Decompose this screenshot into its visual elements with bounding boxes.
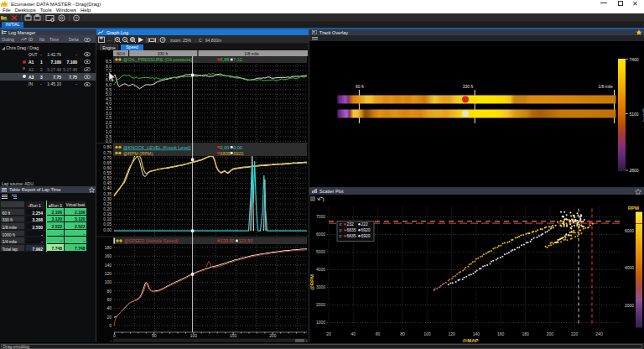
svg-text:3000: 3000 bbox=[316, 284, 325, 289]
svg-text:@OIL_PRESSURE (Oil pressure): @OIL_PRESSURE (Oil pressure) bbox=[123, 57, 193, 62]
svg-text:4000: 4000 bbox=[625, 265, 634, 270]
svg-text:6835: 6835 bbox=[221, 151, 231, 156]
svg-text:100: 100 bbox=[423, 331, 431, 336]
svg-text:0,55: 0,55 bbox=[103, 170, 112, 175]
svg-text:222: 222 bbox=[361, 221, 369, 227]
svg-text:2000: 2000 bbox=[316, 302, 325, 307]
svg-text:0,00: 0,00 bbox=[221, 145, 230, 150]
svg-text:120: 120 bbox=[448, 331, 455, 336]
svg-text:6000: 6000 bbox=[316, 232, 325, 237]
svg-text:0,40: 0,40 bbox=[103, 185, 112, 190]
svg-text:6920: 6920 bbox=[361, 227, 371, 232]
svg-text:5000: 5000 bbox=[316, 249, 325, 254]
svg-text:120: 120 bbox=[105, 271, 112, 276]
svg-text:60: 60 bbox=[376, 331, 381, 336]
svg-text:0,30: 0,30 bbox=[103, 196, 112, 201]
svg-text:180: 180 bbox=[522, 331, 529, 336]
svg-text:RPM: RPM bbox=[628, 206, 639, 211]
svg-text:0,50: 0,50 bbox=[103, 175, 112, 180]
svg-text:?: ? bbox=[75, 16, 78, 21]
svg-text:6,88: 6,88 bbox=[221, 57, 230, 62]
svg-text:0,65: 0,65 bbox=[103, 160, 112, 165]
svg-text:200: 200 bbox=[547, 331, 554, 336]
svg-text:y:: y: bbox=[340, 227, 343, 232]
svg-text:4000: 4000 bbox=[316, 267, 325, 272]
svg-text:0,35: 0,35 bbox=[103, 191, 112, 196]
svg-text:180: 180 bbox=[105, 245, 112, 250]
svg-text:0,80: 0,80 bbox=[103, 144, 112, 149]
svg-text:60: 60 bbox=[106, 297, 112, 302]
svg-text:?: ? bbox=[161, 38, 164, 43]
svg-text:0,60: 0,60 bbox=[103, 165, 112, 170]
svg-text:x:: x: bbox=[340, 221, 343, 227]
svg-text:1000: 1000 bbox=[316, 320, 325, 325]
svg-text:121,50: 121,50 bbox=[238, 238, 252, 243]
svg-text:60 ft: 60 ft bbox=[356, 84, 364, 89]
svg-text:1/8 mile: 1/8 mile bbox=[598, 84, 613, 89]
svg-text:40: 40 bbox=[351, 331, 356, 336]
svg-text:0,0: 0,0 bbox=[106, 138, 112, 143]
svg-text:20: 20 bbox=[326, 331, 331, 336]
svg-text:240: 240 bbox=[595, 331, 603, 336]
svg-text:5100: 5100 bbox=[630, 112, 639, 117]
svg-text:6000: 6000 bbox=[625, 227, 634, 232]
svg-text:6920: 6920 bbox=[233, 151, 243, 156]
svg-text:80: 80 bbox=[400, 331, 405, 336]
svg-text:7400: 7400 bbox=[630, 57, 639, 62]
svg-text:@KNOCK_LEVEL (Knock Level): @KNOCK_LEVEL (Knock Level) bbox=[123, 145, 190, 150]
svg-text:6920: 6920 bbox=[361, 233, 371, 238]
svg-text:0,10: 0,10 bbox=[103, 216, 112, 221]
svg-text:220: 220 bbox=[571, 331, 579, 336]
svg-text:20: 20 bbox=[106, 315, 112, 320]
svg-text:6835: 6835 bbox=[347, 227, 356, 232]
svg-text:0,75: 0,75 bbox=[103, 150, 112, 155]
svg-text:330 ft: 330 ft bbox=[463, 84, 474, 89]
svg-text:0,70: 0,70 bbox=[103, 155, 112, 160]
svg-text:0,45: 0,45 bbox=[103, 180, 112, 185]
svg-text:0,05: 0,05 bbox=[103, 221, 112, 227]
svg-text:232: 232 bbox=[347, 221, 355, 227]
svg-text:140: 140 bbox=[473, 331, 480, 336]
svg-text:c:: c: bbox=[340, 233, 343, 238]
svg-text:...: ... bbox=[107, 37, 112, 42]
svg-text:7,12: 7,12 bbox=[233, 57, 242, 62]
svg-text:0,15: 0,15 bbox=[103, 211, 112, 216]
svg-text:@SPEED (Vehicle Speed): @SPEED (Vehicle Speed) bbox=[124, 238, 179, 243]
svg-text:0: 0 bbox=[109, 323, 112, 328]
svg-text:80: 80 bbox=[106, 289, 112, 294]
svg-text:0,20: 0,20 bbox=[103, 206, 112, 211]
svg-text:100: 100 bbox=[105, 279, 112, 284]
svg-text:@RPM (RPM): @RPM (RPM) bbox=[123, 151, 153, 156]
svg-text:@RPM: @RPM bbox=[309, 273, 314, 289]
svg-text:1/8 mile: 1/8 mile bbox=[244, 51, 259, 56]
svg-text:60 ft: 60 ft bbox=[117, 51, 125, 56]
svg-text:7000: 7000 bbox=[316, 214, 325, 219]
svg-text:140: 140 bbox=[105, 263, 112, 268]
svg-text:0,00: 0,00 bbox=[103, 227, 112, 232]
svg-text:0,00: 0,00 bbox=[233, 145, 242, 150]
svg-text:120,00: 120,00 bbox=[221, 238, 235, 243]
svg-text:0,25: 0,25 bbox=[103, 201, 112, 206]
svg-text:330 ft: 330 ft bbox=[158, 51, 169, 56]
svg-text:160: 160 bbox=[105, 253, 112, 258]
svg-text:40: 40 bbox=[106, 305, 112, 310]
svg-text:160: 160 bbox=[497, 331, 505, 336]
svg-text:2000: 2000 bbox=[625, 302, 634, 307]
svg-text:6835: 6835 bbox=[347, 233, 356, 238]
svg-text:2800: 2800 bbox=[630, 168, 639, 173]
